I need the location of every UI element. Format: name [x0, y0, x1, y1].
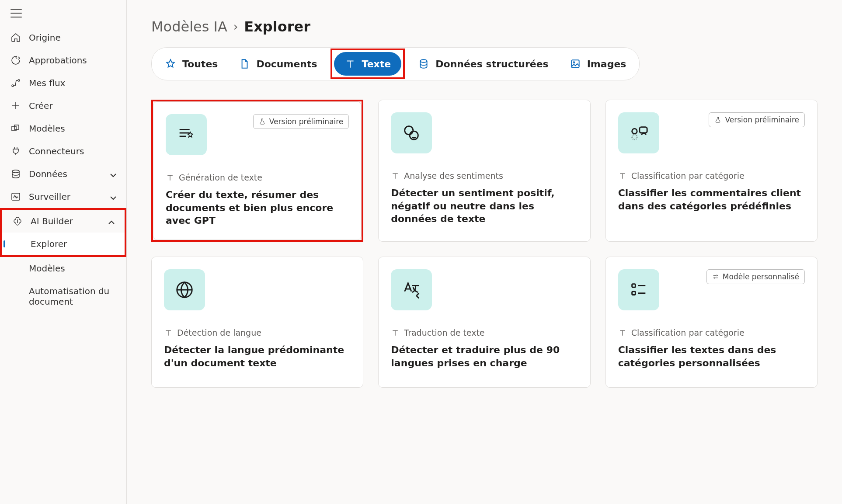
card-title: Détecter la langue prédominante d'un doc… [164, 344, 351, 369]
text-icon [618, 171, 627, 180]
sidebar-item-label: Données [29, 169, 67, 179]
card-category-label: Traduction de texte [404, 328, 484, 337]
model-card-language-detect[interactable]: Détection de langue Détecter la langue p… [151, 257, 363, 388]
main-content: Modèles IA › Explorer Toutes Documents T… [127, 0, 842, 504]
filter-images[interactable]: Images [559, 52, 637, 76]
sidebar-item-connecteurs[interactable]: Connecteurs [0, 140, 126, 163]
connectors-icon [10, 146, 21, 156]
classification-icon [618, 112, 659, 153]
badge-label: Modèle personnalisé [723, 272, 799, 281]
breadcrumb: Modèles IA › Explorer [151, 18, 818, 35]
card-title: Classifier les commentaires client dans … [618, 187, 805, 212]
sidebar-item-origine[interactable]: Origine [0, 26, 126, 49]
svg-point-1 [18, 80, 20, 81]
card-category-label: Détection de langue [177, 328, 261, 337]
image-icon [570, 58, 581, 70]
card-category: Détection de langue [164, 328, 351, 337]
card-title: Créer du texte, résumer des documents et… [166, 188, 349, 227]
breadcrumb-current: Explorer [244, 18, 310, 35]
sentiment-icon [391, 112, 432, 153]
card-grid: Version préliminaire Génération de texte… [151, 100, 818, 388]
text-icon [618, 328, 627, 337]
sliders-icon [712, 273, 719, 280]
aibuilder-icon [12, 216, 23, 226]
svg-point-12 [632, 135, 637, 140]
chevron-right-icon: › [233, 20, 238, 33]
filter-toutes[interactable]: Toutes [154, 52, 228, 76]
highlight-annotation-card: Version préliminaire Génération de texte… [151, 100, 363, 242]
chevron-down-icon [108, 170, 116, 178]
text-icon [166, 173, 174, 182]
model-card-translation[interactable]: Traduction de texte Détecter et traduire… [378, 257, 590, 388]
sidebar-item-label: Automatisation du document [29, 286, 116, 307]
sidebar-item-label: Approbations [29, 55, 87, 66]
card-title: Classifier les textes dans des catégorie… [618, 344, 805, 369]
translate-icon [391, 269, 432, 310]
text-icon [344, 58, 356, 70]
card-category: Génération de texte [166, 173, 349, 182]
sidebar: Origine Approbations Mes flux Créer Modè… [0, 0, 127, 504]
svg-point-6 [421, 59, 427, 63]
badge-label: Version préliminaire [269, 117, 344, 126]
filter-documents[interactable]: Documents [228, 52, 327, 76]
sidebar-item-explorer[interactable]: Explorer [2, 233, 125, 255]
hamburger-icon [10, 9, 22, 17]
svg-point-9 [405, 126, 413, 135]
sidebar-item-surveiller[interactable]: Surveiller [0, 185, 126, 208]
database-icon [418, 58, 429, 70]
sidebar-item-aibuilder[interactable]: AI Builder [2, 210, 125, 233]
text-icon [391, 171, 400, 180]
sidebar-item-aibuilder-automation[interactable]: Automatisation du document [0, 280, 126, 313]
document-icon [239, 58, 250, 70]
model-card-sentiment[interactable]: Analyse des sentiments Détecter un senti… [378, 100, 590, 242]
card-category: Traduction de texte [391, 328, 578, 337]
filter-donnees[interactable]: Données structurées [407, 52, 559, 76]
filter-label: Texte [362, 59, 391, 70]
sidebar-item-label: Surveiller [29, 191, 70, 202]
star-icon [165, 58, 176, 70]
sidebar-item-label: Origine [29, 32, 61, 43]
beaker-icon [259, 118, 266, 125]
plus-icon [10, 101, 21, 111]
model-card-classification-predef[interactable]: Version préliminaire Classification par … [605, 100, 818, 242]
card-category: Classification par catégorie [618, 171, 805, 181]
card-category: Analyse des sentiments [391, 171, 578, 181]
filter-bar: Toutes Documents Texte Données structuré… [151, 47, 640, 80]
templates-icon [10, 123, 21, 134]
sidebar-item-aibuilder-modeles[interactable]: Modèles [0, 257, 126, 280]
badge-label: Version préliminaire [725, 115, 799, 124]
svg-rect-16 [632, 292, 635, 295]
filter-label: Données structurées [435, 59, 548, 70]
filter-texte[interactable]: Texte [334, 52, 402, 76]
filter-label: Toutes [182, 59, 218, 70]
chevron-up-icon [106, 217, 114, 225]
flow-icon [10, 78, 21, 88]
list-icon [618, 269, 659, 310]
model-card-gpt[interactable]: Version préliminaire Génération de texte… [153, 101, 362, 240]
svg-rect-3 [14, 125, 19, 129]
sidebar-item-flux[interactable]: Mes flux [0, 72, 126, 94]
breadcrumb-root[interactable]: Modèles IA [151, 18, 227, 35]
chevron-down-icon [108, 193, 116, 201]
card-title: Détecter et traduire plus de 90 langues … [391, 344, 578, 369]
card-category-label: Analyse des sentiments [404, 171, 503, 181]
hamburger-button[interactable] [0, 4, 126, 26]
monitor-icon [10, 191, 21, 202]
card-category-label: Classification par catégorie [631, 171, 745, 181]
highlight-annotation-filter: Texte [331, 49, 405, 79]
sidebar-item-label: Explorer [31, 239, 67, 249]
svg-point-17 [716, 275, 717, 276]
svg-point-0 [12, 85, 14, 87]
sidebar-item-donnees[interactable]: Données [0, 163, 126, 185]
sidebar-item-label: Mes flux [29, 78, 65, 88]
card-category-label: Classification par catégorie [631, 328, 745, 337]
model-card-classification-custom[interactable]: Modèle personnalisé Classification par c… [605, 257, 818, 388]
preview-badge: Version préliminaire [253, 114, 349, 129]
sidebar-item-approbations[interactable]: Approbations [0, 49, 126, 72]
sidebar-item-modeles[interactable]: Modèles [0, 117, 126, 140]
text-icon [391, 328, 400, 337]
sidebar-item-creer[interactable]: Créer [0, 94, 126, 117]
beaker-icon [714, 116, 721, 123]
sidebar-item-label: Modèles [29, 123, 65, 134]
sidebar-item-label: Créer [29, 101, 53, 111]
